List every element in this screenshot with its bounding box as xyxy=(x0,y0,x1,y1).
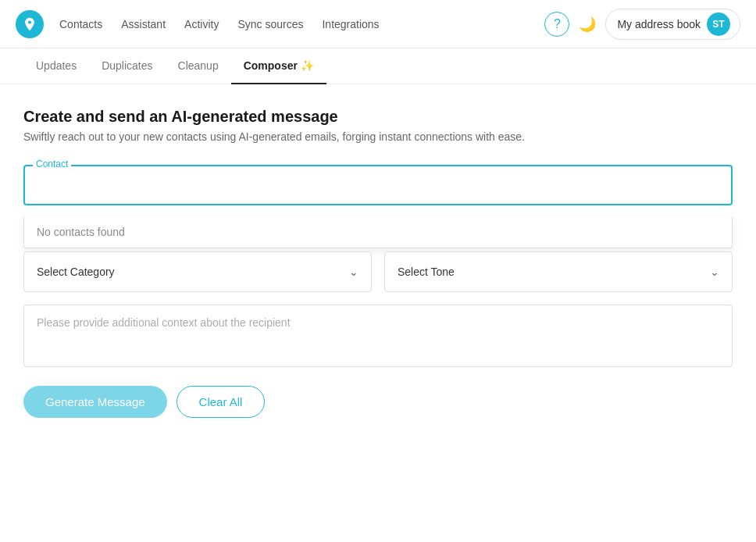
generate-message-button[interactable]: Generate Message xyxy=(23,386,167,418)
contact-field-wrapper: Contact xyxy=(23,165,733,205)
no-contacts-message: No contacts found xyxy=(23,216,733,248)
logo-icon xyxy=(22,16,37,32)
tab-updates[interactable]: Updates xyxy=(23,48,89,84)
nav-item-integrations[interactable]: Integrations xyxy=(322,18,379,30)
category-placeholder: Select Category xyxy=(37,266,115,278)
category-dropdown[interactable]: Select Category ⌄ xyxy=(23,251,372,292)
nav-item-assistant[interactable]: Assistant xyxy=(121,18,166,30)
tabs: Updates Duplicates Cleanup Composer ✨ xyxy=(0,48,756,84)
main-content: Create and send an AI-generated message … xyxy=(0,84,756,433)
help-button[interactable]: ? xyxy=(544,12,569,37)
avatar: ST xyxy=(707,12,730,36)
context-textarea[interactable] xyxy=(23,305,733,367)
navbar-right: ? 🌙 My address book ST xyxy=(544,9,740,40)
tone-placeholder: Select Tone xyxy=(398,266,455,278)
page-subtitle: Swiftly reach out to your new contacts u… xyxy=(23,130,733,143)
address-book-button[interactable]: My address book ST xyxy=(605,9,740,40)
address-book-label: My address book xyxy=(617,18,701,30)
nav-item-sync-sources[interactable]: Sync sources xyxy=(237,18,303,30)
nav-links: Contacts Assistant Activity Sync sources… xyxy=(59,18,544,30)
nav-item-contacts[interactable]: Contacts xyxy=(59,18,102,30)
tone-chevron-icon: ⌄ xyxy=(710,266,719,278)
tone-dropdown[interactable]: Select Tone ⌄ xyxy=(384,251,733,292)
contact-input[interactable] xyxy=(23,165,733,205)
page-title: Create and send an AI-generated message xyxy=(23,108,733,126)
navbar: Contacts Assistant Activity Sync sources… xyxy=(0,0,756,48)
category-chevron-icon: ⌄ xyxy=(349,266,358,278)
tab-duplicates[interactable]: Duplicates xyxy=(89,48,165,84)
tab-cleanup[interactable]: Cleanup xyxy=(166,48,231,84)
contact-field-label: Contact xyxy=(33,159,71,169)
tab-composer[interactable]: Composer ✨ xyxy=(231,48,326,84)
clear-all-button[interactable]: Clear All xyxy=(177,386,266,418)
app-logo[interactable] xyxy=(16,10,44,38)
select-row: Select Category ⌄ Select Tone ⌄ xyxy=(23,251,733,292)
button-row: Generate Message Clear All xyxy=(23,386,733,418)
dark-mode-toggle[interactable]: 🌙 xyxy=(579,16,596,33)
nav-item-activity[interactable]: Activity xyxy=(184,18,219,30)
